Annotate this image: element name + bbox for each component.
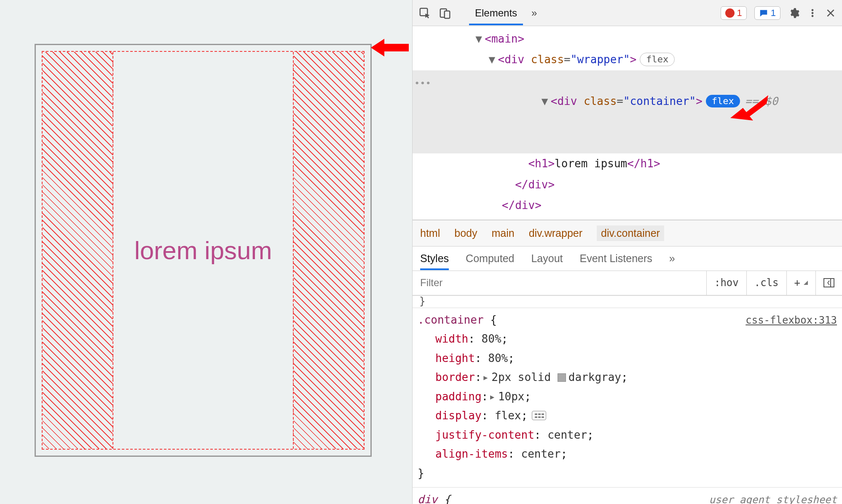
page-preview-pane: lorem ipsum <box>0 0 412 504</box>
breadcrumb-item[interactable]: body <box>454 227 477 239</box>
error-count: 1 <box>737 8 742 19</box>
rule-selector[interactable]: .container <box>418 314 484 326</box>
settings-icon[interactable] <box>788 7 800 19</box>
sidebar-toggle-icon[interactable] <box>815 271 842 295</box>
preview-heading: lorem ipsum <box>134 236 272 265</box>
rule-origin-label: user agent stylesheet <box>709 491 837 504</box>
message-count: 1 <box>771 8 776 19</box>
css-declaration[interactable]: width: 80%; <box>418 330 837 349</box>
rule-selector: div <box>418 493 437 504</box>
new-style-rule-button[interactable]: + <box>786 271 815 295</box>
css-declaration[interactable]: display: flex; <box>418 406 837 426</box>
svg-point-4 <box>812 9 814 11</box>
dom-row-actions-icon[interactable]: ••• <box>414 75 431 92</box>
subtab-listeners[interactable]: Event Listeners <box>580 247 652 270</box>
toggle-hov[interactable]: :hov <box>706 271 746 295</box>
error-icon <box>725 8 735 18</box>
svg-point-5 <box>812 12 814 14</box>
inspect-element-icon[interactable] <box>418 7 431 19</box>
css-declaration[interactable]: border:▸2px solid darkgray; <box>418 368 837 387</box>
css-rule-useragent[interactable]: user agent stylesheet div { display: blo… <box>413 488 842 504</box>
flex-badge[interactable]: flex <box>640 53 675 66</box>
css-declaration[interactable]: height: 80%; <box>418 349 837 368</box>
error-badge[interactable]: 1 <box>721 6 747 20</box>
css-declaration[interactable]: align-items: center; <box>418 445 837 464</box>
preview-container: lorem ipsum <box>35 44 372 457</box>
flex-free-space-left <box>43 52 113 449</box>
dom-node-wrapper-close[interactable]: </div> <box>413 195 842 216</box>
tab-elements[interactable]: Elements <box>472 1 520 25</box>
plus-icon: + <box>794 277 800 289</box>
styles-subtabs: Styles Computed Layout Event Listeners » <box>413 247 842 271</box>
subtab-styles[interactable]: Styles <box>420 247 449 270</box>
styles-filter-input[interactable] <box>413 271 706 295</box>
svg-point-6 <box>812 15 814 17</box>
annotation-arrow-preview <box>371 33 409 62</box>
styles-filter-bar: :hov .cls + <box>413 271 842 295</box>
css-declaration[interactable]: padding:▸10px; <box>418 387 837 407</box>
toggle-cls[interactable]: .cls <box>746 271 786 295</box>
dom-node-container[interactable]: ••• ▼<div class="container">flex== $0 <box>413 70 842 154</box>
breadcrumb-item[interactable]: div.wrapper <box>529 227 582 239</box>
close-icon[interactable] <box>825 8 836 19</box>
tabs-overflow[interactable]: » <box>528 1 540 25</box>
color-swatch[interactable] <box>558 373 566 382</box>
breadcrumb-item[interactable]: html <box>420 227 440 239</box>
message-icon <box>759 8 768 18</box>
devtools-toolbar: Elements » 1 1 <box>413 0 842 26</box>
rule-origin-link[interactable]: css-flexbox:313 <box>745 311 837 329</box>
dom-node-main[interactable]: ▼<main> <box>413 29 842 49</box>
flex-free-space-right <box>293 52 364 449</box>
expand-shorthand-icon[interactable]: ▸ <box>489 390 496 403</box>
dom-breadcrumb: html body main div.wrapper div.container <box>413 220 842 247</box>
dom-node-container-close[interactable]: </div> <box>413 174 842 195</box>
svg-marker-7 <box>730 95 768 121</box>
dom-tree[interactable]: ▼<main> ▼<div class="wrapper">flex ••• ▼… <box>413 26 842 220</box>
breadcrumb-item[interactable]: main <box>491 227 514 239</box>
kebab-menu-icon[interactable] <box>807 7 818 19</box>
styles-panel: } css-flexbox:313 .container { width: 80… <box>413 295 842 504</box>
message-badge[interactable]: 1 <box>754 6 780 20</box>
svg-rect-3 <box>445 11 450 19</box>
expand-shorthand-icon[interactable]: ▸ <box>483 371 489 383</box>
flexbox-editor-icon[interactable] <box>532 411 546 420</box>
devtools-panel: Elements » 1 1 <box>412 0 842 504</box>
subtab-layout[interactable]: Layout <box>531 247 563 270</box>
css-declaration[interactable]: justify-content: center; <box>418 426 837 445</box>
css-rule-container[interactable]: css-flexbox:313 .container { width: 80%;… <box>413 308 842 488</box>
breadcrumb-item[interactable]: div.container <box>597 225 664 241</box>
device-toolbar-icon[interactable] <box>439 7 451 19</box>
annotation-arrow-badge <box>730 54 783 166</box>
subtab-computed[interactable]: Computed <box>466 247 514 270</box>
svg-rect-8 <box>824 279 834 287</box>
svg-marker-0 <box>371 39 409 56</box>
subtabs-overflow[interactable]: » <box>669 247 675 270</box>
chevron-corner-icon <box>804 281 808 285</box>
